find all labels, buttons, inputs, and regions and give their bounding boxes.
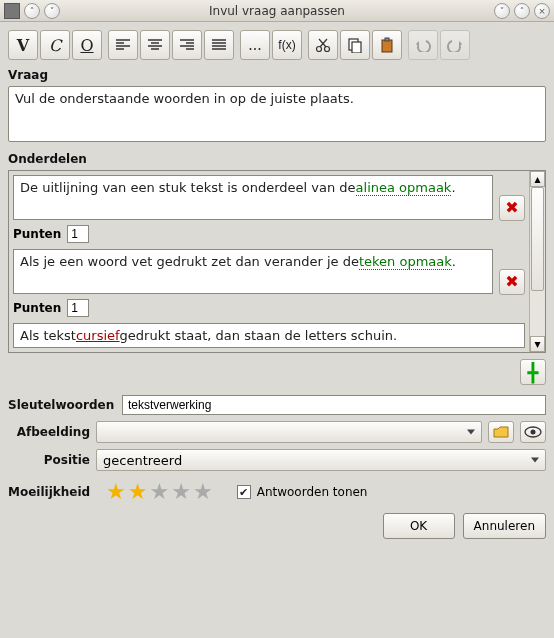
blank-field: alinea opmaak (356, 180, 452, 196)
shade-down-icon[interactable]: ˅ (44, 3, 60, 19)
formula-button[interactable]: f(x) (272, 30, 302, 60)
formatting-toolbar: V C O ... f(x) (8, 30, 546, 60)
bold-button[interactable]: V (8, 30, 38, 60)
align-justify-button[interactable] (204, 30, 234, 60)
svg-point-25 (531, 430, 536, 435)
points-input[interactable] (67, 225, 89, 243)
svg-line-18 (320, 39, 327, 47)
align-right-button[interactable] (172, 30, 202, 60)
show-answers-checkbox[interactable]: ✔ (237, 485, 251, 499)
keywords-label: Sleutelwoorden (8, 398, 116, 412)
app-icon (4, 3, 20, 19)
vraag-label: Vraag (8, 68, 546, 82)
window-title: Invul vraag aanpassen (64, 4, 490, 18)
plus-icon: ╋ (528, 362, 539, 383)
image-combobox[interactable] (96, 421, 482, 443)
delete-icon: ✖ (505, 274, 518, 290)
part-text[interactable]: Als tekst cursief gedrukt staat, dan sta… (13, 323, 525, 348)
scroll-down-icon[interactable]: ▾ (530, 336, 545, 352)
spell-error: cursief (76, 328, 120, 343)
part-text[interactable]: De uitlijning van een stuk tekst is onde… (13, 175, 493, 220)
points-label: Punten (13, 227, 61, 241)
delete-part-button[interactable]: ✖ (499, 195, 525, 221)
svg-rect-22 (382, 40, 392, 52)
dialog-content: V C O ... f(x) (0, 22, 554, 547)
scroll-up-icon[interactable]: ▴ (530, 171, 545, 187)
points-label: Punten (13, 301, 61, 315)
scroll-track[interactable] (530, 187, 545, 336)
svg-point-17 (325, 47, 330, 52)
position-combobox[interactable]: gecentreerd (96, 449, 546, 471)
titlebar: ˄ ˅ Invul vraag aanpassen ˅ ˄ × (0, 0, 554, 22)
parts-scrollbar[interactable]: ▴ ▾ (529, 171, 545, 352)
star-icon[interactable]: ★ (171, 481, 191, 503)
ellipsis-button[interactable]: ... (240, 30, 270, 60)
underline-button[interactable]: O (72, 30, 102, 60)
copy-button[interactable] (340, 30, 370, 60)
align-center-button[interactable] (140, 30, 170, 60)
redo-button[interactable] (440, 30, 470, 60)
eye-icon (524, 426, 542, 438)
blank-field: teken opmaak (359, 254, 452, 270)
keywords-input[interactable] (122, 395, 546, 415)
ok-button[interactable]: OK (383, 513, 455, 539)
part-text[interactable]: Als je een woord vet gedrukt zet dan ver… (13, 249, 493, 294)
browse-image-button[interactable] (488, 421, 514, 443)
svg-rect-21 (352, 42, 361, 53)
paste-button[interactable] (372, 30, 402, 60)
shade-up-icon[interactable]: ˄ (24, 3, 40, 19)
star-icon[interactable]: ★ (106, 481, 126, 503)
points-input[interactable] (67, 299, 89, 317)
add-part-button[interactable]: ╋ (520, 359, 546, 385)
minimize-icon[interactable]: ˅ (494, 3, 510, 19)
show-answers-label: Antwoorden tonen (257, 485, 368, 499)
close-icon[interactable]: × (534, 3, 550, 19)
folder-icon (493, 426, 509, 438)
svg-point-16 (317, 47, 322, 52)
maximize-icon[interactable]: ˄ (514, 3, 530, 19)
star-icon[interactable]: ★ (193, 481, 213, 503)
svg-rect-23 (385, 38, 389, 41)
delete-icon: ✖ (505, 200, 518, 216)
position-label: Positie (8, 453, 90, 467)
cut-button[interactable] (308, 30, 338, 60)
delete-part-button[interactable]: ✖ (499, 269, 525, 295)
cancel-button[interactable]: Annuleren (463, 513, 546, 539)
undo-button[interactable] (408, 30, 438, 60)
align-left-button[interactable] (108, 30, 138, 60)
svg-line-19 (319, 39, 326, 47)
difficulty-label: Moeilijkheid (8, 485, 100, 499)
scroll-thumb[interactable] (531, 187, 544, 291)
preview-image-button[interactable] (520, 421, 546, 443)
italic-button[interactable]: C (40, 30, 70, 60)
question-textarea[interactable]: Vul de onderstaande woorden in op de jui… (8, 86, 546, 142)
parts-panel: De uitlijning van een stuk tekst is onde… (8, 170, 546, 353)
difficulty-stars[interactable]: ★ ★ ★ ★ ★ (106, 481, 213, 503)
star-icon[interactable]: ★ (149, 481, 169, 503)
onderdelen-label: Onderdelen (8, 152, 546, 166)
image-label: Afbeelding (8, 425, 90, 439)
star-icon[interactable]: ★ (128, 481, 148, 503)
